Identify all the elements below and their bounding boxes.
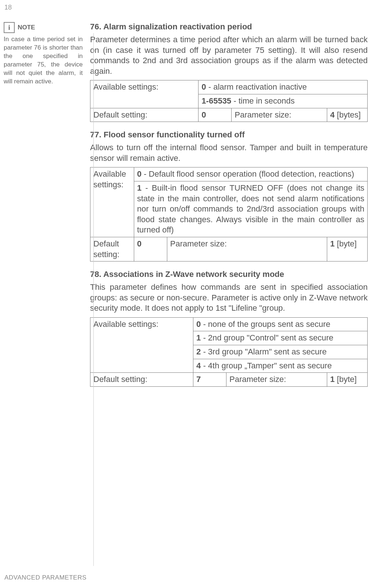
value-text: - 2nd group "Control" sent as secure: [201, 333, 333, 342]
avail-value-cell: 1 - 2nd group "Control" sent as secure: [193, 331, 368, 345]
vertical-divider: [93, 33, 94, 566]
value-text: - Default flood sensor operation (flood …: [142, 169, 354, 178]
note-text: In case a time period set in parameter 7…: [4, 35, 83, 86]
param-section-77: 77. Flood sensor functionality turned of…: [90, 130, 368, 261]
default-label-cell: Default setting:: [90, 237, 134, 261]
default-value-cell: 0: [134, 237, 167, 261]
value-bold: 2: [196, 347, 201, 356]
psize-bold: 1: [330, 239, 335, 248]
avail-label-cell: Available settings:: [90, 167, 134, 237]
section-body: This parameter defines how commands are …: [90, 282, 368, 314]
default-label-cell: Default setting:: [90, 373, 193, 387]
psize-label-cell: Parameter size:: [232, 108, 327, 122]
psize-value-cell: 4 [bytes]: [327, 108, 368, 122]
main-content: 76. Alarm signalization reactivation per…: [90, 22, 368, 395]
psize-text: [byte]: [335, 239, 357, 248]
avail-value-cell: 4 - 4th group „Tamper" sent as secure: [193, 359, 368, 373]
value-bold: 1-65535: [201, 96, 231, 105]
note-header: i NOTE: [4, 22, 83, 33]
psize-label-cell: Parameter size:: [226, 373, 327, 387]
table-row: Default setting: 7 Parameter size: 1 [by…: [90, 373, 368, 387]
value-text: - Built-in flood sensor TURNED OFF (does…: [137, 183, 364, 234]
value-text: - time in seconds: [231, 96, 294, 105]
value-text: - 4th group „Tamper" sent as secure: [201, 361, 332, 370]
param-table: Available settings: 0 - none of the grou…: [90, 317, 368, 387]
avail-value-cell: 0 - Default flood sensor operation (floo…: [134, 167, 367, 181]
value-bold: 4: [196, 361, 201, 370]
value-bold: 1: [196, 333, 201, 342]
avail-value-cell: 1-65535 - time in seconds: [199, 94, 368, 108]
value-bold: 0: [137, 169, 142, 178]
info-icon: i: [4, 22, 15, 33]
table-row: Available settings: 0 - Default flood se…: [90, 167, 368, 181]
psize-bold: 4: [330, 110, 335, 119]
value-bold: 0: [201, 82, 206, 91]
section-heading: 78. Associations in Z-Wave network secur…: [90, 270, 368, 279]
table-row: Available settings: 0 - none of the grou…: [90, 317, 368, 331]
psize-label-cell: Parameter size:: [167, 237, 327, 261]
param-table: Available settings: 0 - Default flood se…: [90, 167, 368, 261]
page-layout: i NOTE In case a time period set in para…: [0, 0, 375, 395]
value-bold: 1: [137, 183, 142, 192]
psize-bold: 1: [330, 375, 335, 384]
default-value-cell: 0: [199, 108, 232, 122]
avail-value-cell: 1 - Built-in flood sensor TURNED OFF (do…: [134, 181, 367, 237]
table-row: Available settings: 0 - alarm reactivati…: [90, 80, 368, 94]
section-body: Parameter determines a time period after…: [90, 35, 368, 76]
section-heading: 77. Flood sensor functionality turned of…: [90, 130, 368, 140]
default-value-cell: 7: [193, 373, 226, 387]
value-text: - none of the groups sent as secure: [201, 320, 330, 329]
psize-value-cell: 1 [byte]: [327, 373, 368, 387]
param-table: Available settings: 0 - alarm reactivati…: [90, 80, 368, 122]
psize-value-cell: 1 [byte]: [327, 237, 368, 261]
default-label-cell: Default setting:: [90, 108, 199, 122]
table-row: Default setting: 0 Parameter size: 4 [by…: [90, 108, 368, 122]
footer-text: ADVANCED PARAMETERS: [4, 574, 86, 581]
avail-value-cell: 2 - 3rd group "Alarm" sent as secure: [193, 345, 368, 359]
sidebar: i NOTE In case a time period set in para…: [4, 22, 83, 395]
value-text: - alarm reactivation inactive: [206, 82, 307, 91]
table-row: Default setting: 0 Parameter size: 1 [by…: [90, 237, 368, 261]
section-heading: 76. Alarm signalization reactivation per…: [90, 22, 368, 32]
avail-value-cell: 0 - none of the groups sent as secure: [193, 317, 368, 331]
psize-text: [bytes]: [335, 110, 361, 119]
psize-text: [byte]: [335, 375, 357, 384]
page-number: 18: [4, 4, 12, 11]
avail-label-cell: Available settings:: [90, 317, 193, 372]
note-label: NOTE: [18, 24, 35, 31]
avail-label-cell: Available settings:: [90, 80, 199, 108]
section-body: Allows to turn off the internal flood se…: [90, 143, 368, 163]
avail-value-cell: 0 - alarm reactivation inactive: [199, 80, 368, 94]
param-section-76: 76. Alarm signalization reactivation per…: [90, 22, 368, 122]
value-text: - 3rd group "Alarm" sent as secure: [201, 347, 326, 356]
value-bold: 0: [196, 320, 201, 329]
param-section-78: 78. Associations in Z-Wave network secur…: [90, 270, 368, 387]
